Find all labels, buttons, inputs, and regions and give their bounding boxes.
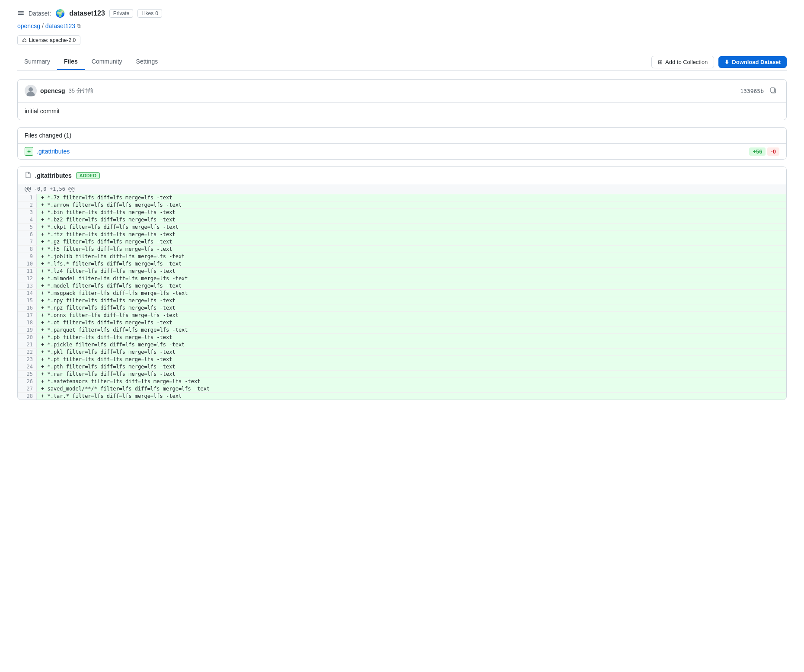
file-name-link[interactable]: .gitattributes xyxy=(37,148,70,155)
tabs-bar: Summary Files Community Settings ⊞ Add t… xyxy=(17,54,787,70)
deletions-count: -0 xyxy=(767,147,779,156)
copy-hash-button[interactable] xyxy=(767,86,779,96)
line-number: 7 xyxy=(18,238,37,245)
tab-actions: ⊞ Add to Collection ⬇ Download Dataset xyxy=(651,56,787,68)
line-code: + *.gz filter=lfs diff=lfs merge=lfs -te… xyxy=(37,238,786,245)
svg-rect-5 xyxy=(771,88,775,92)
line-code: + *.ot filter=lfs diff=lfs merge=lfs -te… xyxy=(37,319,786,326)
line-number: 23 xyxy=(18,356,37,363)
files-changed-bar: Files changed (1) + .gitattributes +56 -… xyxy=(17,127,787,160)
diff-hunk-header: @@ -0,0 +1,56 @@ xyxy=(18,184,786,194)
line-number: 14 xyxy=(18,290,37,297)
line-code: + *.ckpt filter=lfs diff=lfs merge=lfs -… xyxy=(37,224,786,230)
author-name: opencsg xyxy=(40,87,65,94)
license-tag: ⚖ License: apache-2.0 xyxy=(17,35,80,45)
commit-hash: 133965b xyxy=(740,88,764,94)
diff-line-row: 16 + *.npz filter=lfs diff=lfs merge=lfs… xyxy=(18,304,786,312)
line-code: + *.mlmodel filter=lfs diff=lfs merge=lf… xyxy=(37,275,786,282)
svg-rect-0 xyxy=(18,11,24,12)
line-number: 3 xyxy=(18,209,37,216)
line-code: + *.arrow filter=lfs diff=lfs merge=lfs … xyxy=(37,202,786,208)
diff-line-row: 28 + *.tar.* filter=lfs diff=lfs merge=l… xyxy=(18,393,786,400)
line-number: 22 xyxy=(18,349,37,355)
commit-message: initial commit xyxy=(18,102,786,120)
tab-settings[interactable]: Settings xyxy=(129,54,165,70)
line-code: + *.pkl filter=lfs diff=lfs merge=lfs -t… xyxy=(37,349,786,355)
add-to-collection-label: Add to Collection xyxy=(665,59,708,65)
avatar xyxy=(25,85,37,97)
private-badge: Private xyxy=(109,9,133,18)
line-number: 21 xyxy=(18,341,37,348)
line-code: + *.safetensors filter=lfs diff=lfs merg… xyxy=(37,378,786,385)
likes-badge: Likes 0 xyxy=(137,9,162,18)
line-number: 9 xyxy=(18,253,37,260)
copy-link-icon[interactable]: ⧉ xyxy=(77,23,81,29)
diff-line-row: 7 + *.gz filter=lfs diff=lfs merge=lfs -… xyxy=(18,238,786,246)
line-number: 5 xyxy=(18,224,37,230)
diff-line-row: 26 + *.safetensors filter=lfs diff=lfs m… xyxy=(18,378,786,385)
file-row: + .gitattributes +56 -0 xyxy=(18,144,786,159)
tab-community[interactable]: Community xyxy=(85,54,129,70)
svg-rect-2 xyxy=(18,14,24,15)
download-dataset-button[interactable]: ⬇ Download Dataset xyxy=(718,56,787,68)
line-code: + *.h5 filter=lfs diff=lfs merge=lfs -te… xyxy=(37,246,786,253)
diff-line-row: 11 + *.lz4 filter=lfs diff=lfs merge=lfs… xyxy=(18,268,786,275)
svg-point-3 xyxy=(29,87,33,92)
line-number: 6 xyxy=(18,231,37,238)
tab-files[interactable]: Files xyxy=(57,54,85,70)
breadcrumb-repo[interactable]: dataset123 xyxy=(45,22,75,29)
diff-line-row: 8 + *.h5 filter=lfs diff=lfs merge=lfs -… xyxy=(18,246,786,253)
diff-line-row: 3 + *.bin filter=lfs diff=lfs merge=lfs … xyxy=(18,209,786,216)
tab-summary[interactable]: Summary xyxy=(17,54,57,70)
line-code: + *.npz filter=lfs diff=lfs merge=lfs -t… xyxy=(37,304,786,311)
diff-stats: +56 -0 xyxy=(749,147,779,156)
line-code: + *.msgpack filter=lfs diff=lfs merge=lf… xyxy=(37,290,786,297)
diff-file-header: .gitattributes ADDED xyxy=(18,167,786,184)
line-code: + *.tar.* filter=lfs diff=lfs merge=lfs … xyxy=(37,393,786,400)
svg-rect-1 xyxy=(18,13,24,13)
diff-line-row: 14 + *.msgpack filter=lfs diff=lfs merge… xyxy=(18,290,786,297)
diff-line-row: 5 + *.ckpt filter=lfs diff=lfs merge=lfs… xyxy=(18,224,786,231)
line-code: + *.rar filter=lfs diff=lfs merge=lfs -t… xyxy=(37,371,786,378)
line-number: 10 xyxy=(18,260,37,267)
commit-header: opencsg 35 分钟前 133965b xyxy=(18,80,786,102)
line-number: 1 xyxy=(18,194,37,201)
line-number: 19 xyxy=(18,326,37,333)
license-row: ⚖ License: apache-2.0 xyxy=(17,35,787,45)
diff-file-name: .gitattributes xyxy=(35,172,72,179)
diff-line-row: 22 + *.pkl filter=lfs diff=lfs merge=lfs… xyxy=(18,349,786,356)
line-number: 28 xyxy=(18,393,37,400)
additions-count: +56 xyxy=(749,147,766,156)
diff-line-row: 25 + *.rar filter=lfs diff=lfs merge=lfs… xyxy=(18,371,786,378)
dataset-icon xyxy=(17,10,24,18)
collection-icon: ⊞ xyxy=(658,59,663,65)
commit-card: opencsg 35 分钟前 133965b initial commit xyxy=(17,79,787,120)
diff-line-row: 1 + *.7z filter=lfs diff=lfs merge=lfs -… xyxy=(18,194,786,202)
line-number: 4 xyxy=(18,216,37,223)
line-number: 8 xyxy=(18,246,37,253)
dataset-name: dataset123 xyxy=(69,10,105,17)
line-number: 18 xyxy=(18,319,37,326)
diff-line-row: 4 + *.bz2 filter=lfs diff=lfs merge=lfs … xyxy=(18,216,786,224)
content-area: opencsg 35 分钟前 133965b initial commit Fi… xyxy=(17,79,787,400)
line-number: 25 xyxy=(18,371,37,378)
likes-count: 0 xyxy=(155,10,158,16)
expand-file-button[interactable]: + xyxy=(25,147,33,156)
commit-author: opencsg 35 分钟前 xyxy=(25,85,93,97)
line-number: 20 xyxy=(18,334,37,341)
line-number: 11 xyxy=(18,268,37,275)
diff-line-row: 21 + *.pickle filter=lfs diff=lfs merge=… xyxy=(18,341,786,349)
breadcrumb-org[interactable]: opencsg xyxy=(17,22,40,29)
diff-line-row: 24 + *.pth filter=lfs diff=lfs merge=lfs… xyxy=(18,363,786,371)
add-to-collection-button[interactable]: ⊞ Add to Collection xyxy=(651,56,714,68)
line-number: 27 xyxy=(18,385,37,392)
diff-line-row: 18 + *.ot filter=lfs diff=lfs merge=lfs … xyxy=(18,319,786,326)
diff-line-row: 19 + *.parquet filter=lfs diff=lfs merge… xyxy=(18,326,786,334)
line-code: + *.joblib filter=lfs diff=lfs merge=lfs… xyxy=(37,253,786,260)
diff-line-row: 15 + *.npy filter=lfs diff=lfs merge=lfs… xyxy=(18,297,786,304)
line-code: + *.lz4 filter=lfs diff=lfs merge=lfs -t… xyxy=(37,268,786,275)
line-code: + *.parquet filter=lfs diff=lfs merge=lf… xyxy=(37,326,786,333)
diff-line-row: 12 + *.mlmodel filter=lfs diff=lfs merge… xyxy=(18,275,786,282)
diff-line-row: 17 + *.onnx filter=lfs diff=lfs merge=lf… xyxy=(18,312,786,319)
breadcrumb-separator: / xyxy=(42,22,44,29)
